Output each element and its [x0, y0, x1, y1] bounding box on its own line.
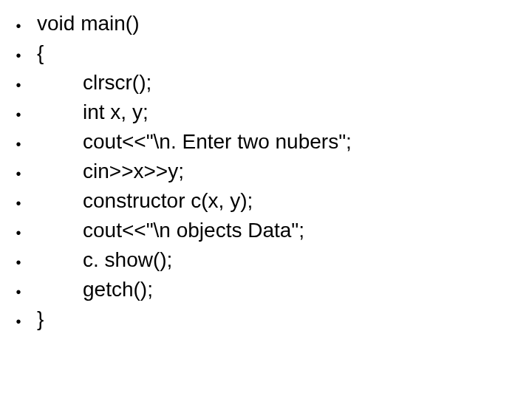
bullet-icon: • — [0, 191, 37, 211]
bullet-icon: • — [0, 102, 37, 122]
code-line: { — [37, 43, 44, 64]
bullet-icon: • — [0, 13, 37, 33]
bullet-icon: • — [0, 309, 37, 329]
bullet-icon: • — [0, 161, 37, 181]
code-line: clrscr(); — [37, 72, 151, 93]
list-item: • c. show(); — [0, 250, 532, 279]
bullet-icon: • — [0, 220, 37, 240]
list-item: • constructor c(x, y); — [0, 191, 532, 220]
list-item: • { — [0, 43, 532, 72]
list-item: • } — [0, 309, 532, 338]
list-item: • clrscr(); — [0, 72, 532, 102]
code-line: } — [37, 309, 44, 330]
list-item: • cin>>x>>y; — [0, 161, 532, 191]
code-line: cin>>x>>y; — [37, 161, 184, 182]
code-line: getch(); — [37, 279, 153, 300]
code-line: cout<<"\n. Enter two nubers"; — [37, 132, 352, 152]
list-item: • getch(); — [0, 279, 532, 309]
bullet-icon: • — [0, 250, 37, 270]
list-item: • cout<<"\n objects Data"; — [0, 220, 532, 250]
list-item: • void main() — [0, 13, 532, 43]
code-line: constructor c(x, y); — [37, 191, 253, 211]
code-line: int x, y; — [37, 102, 149, 123]
code-line: void main() — [37, 13, 139, 34]
code-line: cout<<"\n objects Data"; — [37, 220, 304, 241]
bullet-icon: • — [0, 132, 37, 151]
bullet-icon: • — [0, 72, 37, 92]
bullet-icon: • — [0, 43, 37, 63]
list-item: • cout<<"\n. Enter two nubers"; — [0, 132, 532, 161]
slide-content: • void main() • { • clrscr(); • int x, y… — [0, 0, 532, 338]
bullet-icon: • — [0, 279, 37, 299]
list-item: • int x, y; — [0, 102, 532, 132]
code-line: c. show(); — [37, 250, 172, 270]
